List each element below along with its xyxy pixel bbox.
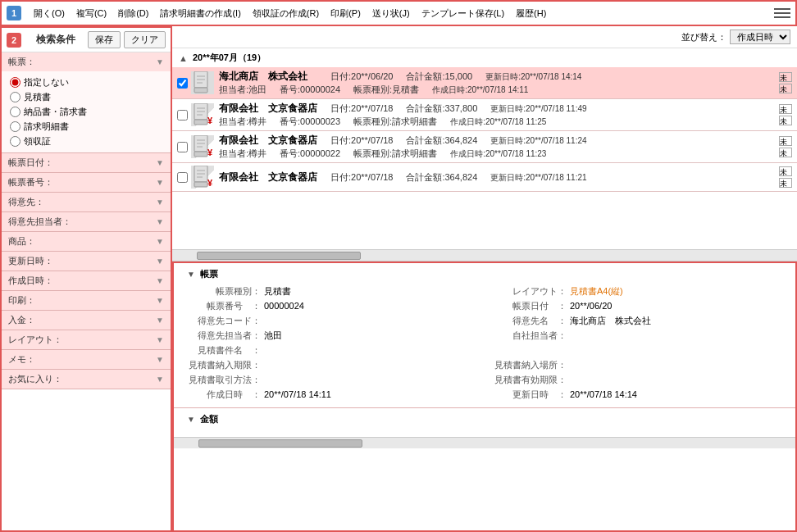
detail-voucher-section: ▼ 帳票 帳票種別：見積書レイアウト：見積書A4(縦)帳票番号 ：0000002… xyxy=(174,263,795,407)
list-item[interactable]: 海北商店 株式会社日付:20**/06/20合計金額:15,000更新日時:20… xyxy=(172,67,797,99)
sidebar-section-label-voucher_type[interactable]: 帳票：▼ xyxy=(2,52,171,71)
sidebar-section-label-payment[interactable]: 入金：▼ xyxy=(2,311,171,330)
toolbar-badge: 1 xyxy=(7,6,21,20)
list-item-checkbox-3[interactable] xyxy=(177,172,188,183)
month-arrow[interactable]: ▲ xyxy=(179,53,188,63)
item-flag-1-1: 未 xyxy=(779,116,792,125)
sidebar-section-text-number: 帳票番号： xyxy=(8,176,53,189)
radio-item-estimate[interactable]: 見積書 xyxy=(10,91,162,103)
amount-collapse-icon: ▼ xyxy=(187,415,195,424)
chevron-icon-product: ▼ xyxy=(156,237,164,246)
list-item[interactable]: ¥有限会社 文京食器店日付:20**/07/18合計金額:337,800更新日時… xyxy=(172,99,797,131)
item-updated-2: 更新日時:20**/07/18 11:24 xyxy=(490,135,586,147)
list-hscrollbar[interactable] xyxy=(172,249,797,261)
detail-row-left-7: 作成日時 ：20**/07/18 14:11 xyxy=(187,389,476,401)
detail-row-left-4: 見積書件名 ： xyxy=(187,344,476,357)
radio-input-none[interactable] xyxy=(10,77,20,88)
detail-row-right-6: 見積書有効期限： xyxy=(493,374,782,386)
sidebar-section-print_status: 印刷：▼ xyxy=(2,291,171,311)
clear-button[interactable]: クリア xyxy=(124,31,166,48)
list-item[interactable]: ¥有限会社 文京食器店日付:20**/07/18合計金額:364,824更新日時… xyxy=(172,131,797,163)
radio-input-receipt[interactable] xyxy=(10,136,20,147)
toolbar-btn-send[interactable]: 送り状(J) xyxy=(370,6,412,21)
detail-label-left-5: 見積書納入期限： xyxy=(187,359,261,371)
item-flag-3-1: 未 xyxy=(779,178,792,188)
right-panel: 並び替え： 作成日時更新日時帳票日付帳票番号 ▲ 20**年07月（19） 海北… xyxy=(172,26,797,532)
sidebar-section-text-favorite: お気に入り： xyxy=(8,373,62,385)
detail-value-right-0[interactable]: 見積書A4(縦) xyxy=(570,285,623,298)
save-button[interactable]: 保存 xyxy=(88,31,121,48)
detail-value-left-1: 00000024 xyxy=(264,301,304,311)
radio-item-none[interactable]: 指定しない xyxy=(10,76,162,89)
list-item-icon-0 xyxy=(191,71,214,94)
sidebar-section-text-product: 商品： xyxy=(8,235,35,248)
item-flag-2-1: 未 xyxy=(779,148,792,157)
sidebar-section-label-created[interactable]: 作成日時：▼ xyxy=(2,271,171,290)
yen-icon-1: ¥ xyxy=(207,116,212,125)
radio-input-invoice[interactable] xyxy=(10,121,20,132)
sidebar-section-label-client[interactable]: 得意先：▼ xyxy=(2,193,171,211)
toolbar-btn-print[interactable]: 印刷(P) xyxy=(328,6,363,21)
chevron-icon-client_staff: ▼ xyxy=(156,217,164,226)
sidebar-section-label-updated[interactable]: 更新日時：▼ xyxy=(2,252,171,271)
list-item-content-0: 海北商店 株式会社日付:20**/06/20合計金額:15,000更新日時:20… xyxy=(219,70,776,96)
toolbar-btn-open[interactable]: 開く(O) xyxy=(31,6,67,21)
sidebar-sections: 帳票：▼指定しない見積書納品書・請求書請求明細書領収証帳票日付：▼帳票番号：▼得… xyxy=(2,52,171,389)
list-item-checkbox-0[interactable] xyxy=(177,78,188,89)
sidebar-section-label-number[interactable]: 帳票番号：▼ xyxy=(2,173,171,192)
detail-label-left-4: 見積書件名 ： xyxy=(187,344,261,357)
radio-item-delivery[interactable]: 納品書・請求書 xyxy=(10,106,162,118)
list-item-checkbox-2[interactable] xyxy=(177,142,188,152)
sidebar-section-label-print_status[interactable]: 印刷：▼ xyxy=(2,291,171,310)
sidebar-title: 検索条件 xyxy=(36,33,75,47)
menu-icon[interactable] xyxy=(774,5,790,21)
sidebar-section-label-client_staff[interactable]: 得意先担当者：▼ xyxy=(2,212,171,231)
detail-amount-header[interactable]: ▼ 金額 xyxy=(187,413,782,425)
toolbar-btn-history[interactable]: 履歴(H) xyxy=(513,6,549,21)
sidebar-section-date: 帳票日付：▼ xyxy=(2,153,171,173)
sidebar-section-memo: メモ：▼ xyxy=(2,350,171,370)
detail-label-left-2: 得意先コード： xyxy=(187,315,261,327)
item-flag-2-0: 未 xyxy=(779,136,792,146)
toolbar-btn-copy[interactable]: 複写(C) xyxy=(74,6,109,21)
list-item-content-1: 有限会社 文京食器店日付:20**/07/18合計金額:337,800更新日時:… xyxy=(219,102,776,128)
radio-item-receipt[interactable]: 領収証 xyxy=(10,135,162,148)
chevron-icon-print_status: ▼ xyxy=(156,296,164,305)
sort-select[interactable]: 作成日時更新日時帳票日付帳票番号 xyxy=(730,30,790,44)
item-amount-3: 合計金額:364,824 xyxy=(406,171,477,184)
radio-input-delivery[interactable] xyxy=(10,107,20,117)
toolbar-btn-template_save[interactable]: テンプレート保存(L) xyxy=(419,6,507,21)
list-area[interactable]: 海北商店 株式会社日付:20**/06/20合計金額:15,000更新日時:20… xyxy=(172,67,797,249)
detail-hscrollbar[interactable] xyxy=(174,437,795,448)
sidebar-section-text-voucher_type: 帳票： xyxy=(8,56,35,68)
toolbar-btn-receipt[interactable]: 領収証の作成(R) xyxy=(250,6,321,21)
sidebar-section-payment: 入金：▼ xyxy=(2,311,171,330)
item-staff-2: 担当者:樽井 xyxy=(219,148,266,160)
detail-panel: ▼ 帳票 帳票種別：見積書レイアウト：見積書A4(縦)帳票番号 ：0000002… xyxy=(172,261,797,532)
chevron-icon-number: ▼ xyxy=(156,178,164,187)
radio-input-estimate[interactable] xyxy=(10,92,20,102)
detail-row-right-1: 帳票日付 ：20**/06/20 xyxy=(493,300,782,312)
radio-label-estimate: 見積書 xyxy=(24,91,51,103)
list-item[interactable]: ¥有限会社 文京食器店日付:20**/07/18合計金額:364,824更新日時… xyxy=(172,163,797,192)
toolbar-btn-invoice_detail[interactable]: 請求明細書の作成(I) xyxy=(157,6,243,21)
item-number-1: 番号:00000023 xyxy=(280,116,340,128)
list-item-row2-1: 担当者:樽井番号:00000023帳票種別:請求明細書作成日時:20**/07/… xyxy=(219,116,776,128)
detail-value-right-1: 20**/06/20 xyxy=(570,301,612,311)
detail-row-right-5: 見積書納入場所： xyxy=(493,359,782,371)
radio-label-receipt: 領収証 xyxy=(24,135,51,148)
detail-voucher-header[interactable]: ▼ 帳票 xyxy=(187,268,782,280)
svg-rect-11 xyxy=(194,152,207,157)
toolbar-btn-delete[interactable]: 削除(D) xyxy=(116,6,151,21)
sidebar-section-label-memo[interactable]: メモ：▼ xyxy=(2,350,171,369)
chevron-icon-created: ▼ xyxy=(156,276,164,285)
item-amount-2: 合計金額:364,824 xyxy=(406,134,477,147)
sidebar-section-label-date[interactable]: 帳票日付：▼ xyxy=(2,153,171,172)
sidebar-section-label-favorite[interactable]: お気に入り：▼ xyxy=(2,370,171,389)
sidebar-section-label-product[interactable]: 商品：▼ xyxy=(2,232,171,251)
sidebar-section-label-layout[interactable]: レイアウト：▼ xyxy=(2,330,171,349)
list-item-checkbox-1[interactable] xyxy=(177,110,188,120)
sidebar-section-updated: 更新日時：▼ xyxy=(2,252,171,271)
radio-item-invoice[interactable]: 請求明細書 xyxy=(10,120,162,133)
detail-row-left-3: 得意先担当者：池田 xyxy=(187,330,476,342)
